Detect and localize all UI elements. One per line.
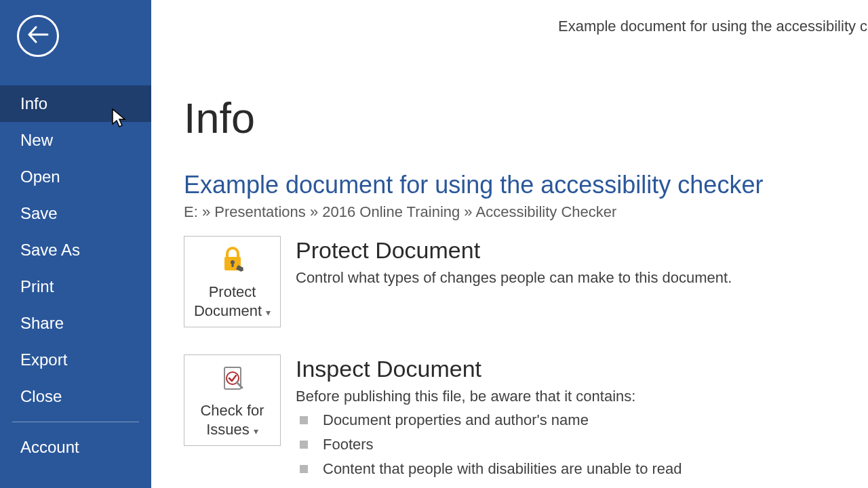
back-arrow-icon <box>27 26 49 46</box>
svg-rect-2 <box>231 262 233 267</box>
inspect-document-body: Inspect Document Before publishing this … <box>296 354 868 481</box>
sidebar-item-label: Print <box>20 277 54 296</box>
protect-document-desc: Control what types of changes people can… <box>296 269 868 287</box>
sidebar-item-account[interactable]: Account <box>0 429 151 466</box>
sidebar-item-label: Info <box>20 94 47 113</box>
title-bar-text: Example document for using the accessibi… <box>151 18 868 35</box>
inspect-document-section: Check for Issues ▾ Inspect Document Befo… <box>184 354 868 481</box>
document-check-icon <box>218 363 248 396</box>
lock-icon <box>218 245 248 277</box>
sidebar-item-label: Open <box>20 167 60 186</box>
sidebar-item-label: Save <box>20 204 58 222</box>
protect-document-button[interactable]: Protect Document ▾ <box>184 236 281 327</box>
backstage-main: Example document for using the accessibi… <box>151 0 868 488</box>
sidebar-item-close[interactable]: Close <box>0 378 151 415</box>
list-item: Footers <box>296 432 868 457</box>
title-bar: Example document for using the accessibi… <box>151 18 868 35</box>
sidebar-item-label: Export <box>20 350 67 369</box>
sidebar-item-label: Save As <box>20 241 80 259</box>
sidebar-item-label: New <box>20 131 53 149</box>
inspect-document-heading: Inspect Document <box>296 356 868 382</box>
sidebar-item-open[interactable]: Open <box>0 159 151 195</box>
sidebar-item-export[interactable]: Export <box>0 342 151 378</box>
sidebar-item-label: Share <box>20 314 64 332</box>
chevron-down-icon: ▾ <box>263 307 271 318</box>
page-title: Info <box>184 94 868 142</box>
protect-document-label: Protect Document ▾ <box>194 283 271 320</box>
protect-document-section: Protect Document ▾ Protect Document Cont… <box>184 236 868 327</box>
backstage-sidebar: Info New Open Save Save As Print Share E… <box>0 0 151 488</box>
sidebar-item-label: Close <box>20 387 62 405</box>
inspect-document-desc: Before publishing this file, be aware th… <box>296 388 868 405</box>
back-button[interactable] <box>17 15 59 57</box>
sidebar-item-label: Account <box>20 438 79 456</box>
list-item: Document properties and author's name <box>296 408 868 432</box>
breadcrumb: E: » Presentations » 2016 Online Trainin… <box>184 203 868 221</box>
sidebar-divider <box>12 422 139 422</box>
check-for-issues-button[interactable]: Check for Issues ▾ <box>184 354 281 446</box>
sidebar-item-share[interactable]: Share <box>0 305 151 342</box>
protect-document-body: Protect Document Control what types of c… <box>296 236 868 287</box>
inspect-issues-list: Document properties and author's name Fo… <box>296 408 868 481</box>
chevron-down-icon: ▾ <box>251 426 258 436</box>
sidebar-item-save[interactable]: Save <box>0 195 151 232</box>
sidebar-item-new[interactable]: New <box>0 122 151 159</box>
protect-document-heading: Protect Document <box>296 237 868 264</box>
sidebar-item-print[interactable]: Print <box>0 268 151 305</box>
list-item: Content that people with disabilities ar… <box>296 457 868 481</box>
sidebar-item-info[interactable]: Info <box>0 85 151 122</box>
document-title: Example document for using the accessibi… <box>184 171 868 199</box>
sidebar-item-save-as[interactable]: Save As <box>0 232 151 268</box>
svg-point-3 <box>241 268 243 271</box>
check-for-issues-label: Check for Issues ▾ <box>200 401 264 439</box>
